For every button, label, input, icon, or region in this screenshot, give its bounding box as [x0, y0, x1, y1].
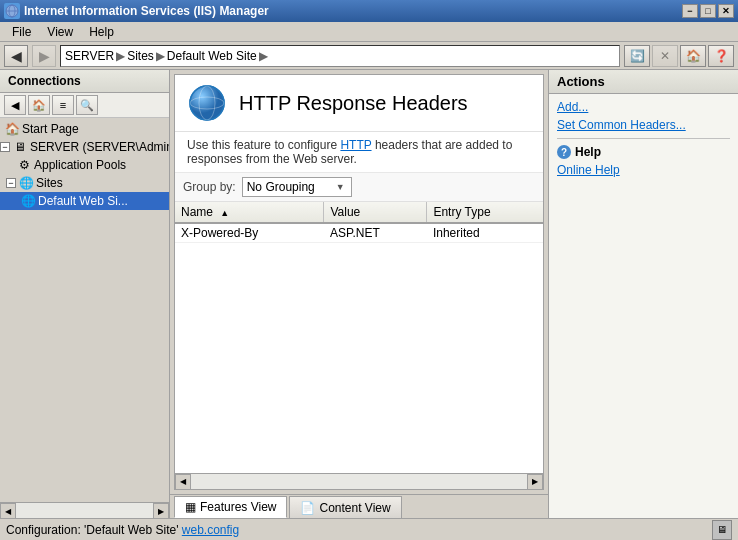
scroll-right-button[interactable]: ▶ [527, 474, 543, 490]
col-header-entry-type[interactable]: Entry Type [427, 202, 543, 223]
help-section-title: ? Help [557, 145, 730, 159]
webconfig-link[interactable]: web.config [182, 523, 239, 537]
address-bar: ◀ ▶ SERVER ▶ Sites ▶ Default Web Site ▶ … [0, 42, 738, 70]
feature-icon [187, 83, 227, 123]
connections-panel: Connections ◀ 🏠 ≡ 🔍 🏠 Start Page − [0, 70, 170, 518]
groupby-value: No Grouping [247, 180, 336, 194]
actions-separator [557, 138, 730, 139]
tree-item-app-pools[interactable]: ⚙ Application Pools [0, 156, 169, 174]
tree-label-start-page: Start Page [22, 122, 79, 136]
conn-scroll-track[interactable] [16, 503, 153, 518]
close-button[interactable]: ✕ [718, 4, 734, 18]
home-button[interactable]: 🏠 [680, 45, 706, 67]
tree-label-default-web: Default Web Si... [38, 194, 128, 208]
actions-panel: Actions Add... Set Common Headers... ? H… [548, 70, 738, 518]
breadcrumb-separator: ▶ [156, 49, 165, 63]
server-icon: 🖥 [12, 139, 28, 155]
connections-tree: 🏠 Start Page − 🖥 SERVER (SERVER\Admin...… [0, 118, 169, 502]
feature-panel: HTTP Response Headers Use this feature t… [174, 74, 544, 490]
groupby-select[interactable]: No Grouping ▼ [242, 177, 352, 197]
bottom-tabs: ▦ Features View 📄 Content View [170, 494, 548, 518]
horizontal-scrollbar[interactable]: ◀ ▶ [175, 473, 543, 489]
tree-item-default-web[interactable]: 🌐 Default Web Si... [0, 192, 169, 210]
groupby-dropdown-arrow: ▼ [336, 182, 347, 192]
feature-title: HTTP Response Headers [239, 92, 468, 115]
col-header-name[interactable]: Name ▲ [175, 202, 324, 223]
action-online-help-link[interactable]: Online Help [557, 163, 730, 177]
conn-list-button[interactable]: ≡ [52, 95, 74, 115]
features-view-label: Features View [200, 500, 276, 514]
content-area: HTTP Response Headers Use this feature t… [170, 70, 548, 518]
feature-header: HTTP Response Headers [175, 75, 543, 132]
address-input[interactable]: SERVER ▶ Sites ▶ Default Web Site ▶ [60, 45, 620, 67]
forward-button[interactable]: ▶ [32, 45, 56, 67]
groupby-bar: Group by: No Grouping ▼ [175, 173, 543, 202]
window-title: Internet Information Services (IIS) Mana… [24, 4, 682, 18]
menu-file[interactable]: File [4, 23, 39, 41]
cell-entry-type: Inherited [427, 223, 543, 243]
scroll-track[interactable] [191, 474, 527, 489]
table-row[interactable]: X-Powered-By ASP.NET Inherited [175, 223, 543, 243]
breadcrumb-separator: ▶ [116, 49, 125, 63]
main-content: Connections ◀ 🏠 ≡ 🔍 🏠 Start Page − [0, 70, 738, 518]
connections-toolbar: ◀ 🏠 ≡ 🔍 [0, 93, 169, 118]
tree-label-sites: Sites [36, 176, 63, 190]
app-icon [4, 3, 20, 19]
tree-label-server: SERVER (SERVER\Admin... [30, 140, 169, 154]
conn-scroll-right[interactable]: ▶ [153, 503, 169, 519]
app-window: Internet Information Services (IIS) Mana… [0, 0, 738, 540]
col-name-label: Name [181, 205, 213, 219]
sites-expand-icon[interactable]: − [6, 178, 16, 188]
conn-scroll-left[interactable]: ◀ [0, 503, 16, 519]
http-link[interactable]: HTTP [340, 138, 371, 152]
connections-scrollbar[interactable]: ◀ ▶ [0, 502, 169, 518]
action-set-common-headers-link[interactable]: Set Common Headers... [557, 118, 730, 132]
breadcrumb-item: Sites [127, 49, 154, 63]
tab-features-view[interactable]: ▦ Features View [174, 496, 287, 518]
features-view-icon: ▦ [185, 500, 196, 514]
title-bar: Internet Information Services (IIS) Mana… [0, 0, 738, 22]
cell-value: ASP.NET [324, 223, 427, 243]
feature-description: Use this feature to configure HTTP heade… [175, 132, 543, 173]
tree-item-sites[interactable]: − 🌐 Sites [0, 174, 169, 192]
status-icon: 🖥 [712, 520, 732, 540]
help-section-label: Help [575, 145, 601, 159]
conn-home-button[interactable]: 🏠 [28, 95, 50, 115]
table-body: X-Powered-By ASP.NET Inherited [175, 223, 543, 243]
menu-view[interactable]: View [39, 23, 81, 41]
breadcrumb-item: Default Web Site [167, 49, 257, 63]
menu-help[interactable]: Help [81, 23, 122, 41]
table-header-row: Name ▲ Value Entry Type [175, 202, 543, 223]
minimize-button[interactable]: − [682, 4, 698, 18]
back-button[interactable]: ◀ [4, 45, 28, 67]
default-web-icon: 🌐 [20, 193, 36, 209]
app-pools-icon: ⚙ [16, 157, 32, 173]
breadcrumb-separator: ▶ [259, 49, 268, 63]
tab-content-view[interactable]: 📄 Content View [289, 496, 401, 518]
menu-bar: File View Help [0, 22, 738, 42]
content-view-label: Content View [319, 501, 390, 515]
window-controls: − □ ✕ [682, 4, 734, 18]
conn-back-button[interactable]: ◀ [4, 95, 26, 115]
tree-item-start-page[interactable]: 🏠 Start Page [0, 120, 169, 138]
svg-point-7 [190, 86, 224, 120]
sites-icon: 🌐 [18, 175, 34, 191]
tree-item-server[interactable]: − 🖥 SERVER (SERVER\Admin... [0, 138, 169, 156]
conn-search-button[interactable]: 🔍 [76, 95, 98, 115]
action-add-link[interactable]: Add... [557, 100, 730, 114]
server-expand-icon[interactable]: − [0, 142, 10, 152]
help-icon: ? [557, 145, 571, 159]
status-text: Configuration: 'Default Web Site' web.co… [6, 523, 712, 537]
cell-name: X-Powered-By [175, 223, 324, 243]
refresh-button[interactable]: 🔄 [624, 45, 650, 67]
col-entry-type-label: Entry Type [433, 205, 490, 219]
maximize-button[interactable]: □ [700, 4, 716, 18]
help-button[interactable]: ❓ [708, 45, 734, 67]
scroll-left-button[interactable]: ◀ [175, 474, 191, 490]
connections-header: Connections [0, 70, 169, 93]
col-header-value[interactable]: Value [324, 202, 427, 223]
sort-arrow-name: ▲ [220, 208, 229, 218]
nav-right-buttons: 🔄 ✕ 🏠 ❓ [624, 45, 734, 67]
content-view-icon: 📄 [300, 501, 315, 515]
stop-button[interactable]: ✕ [652, 45, 678, 67]
